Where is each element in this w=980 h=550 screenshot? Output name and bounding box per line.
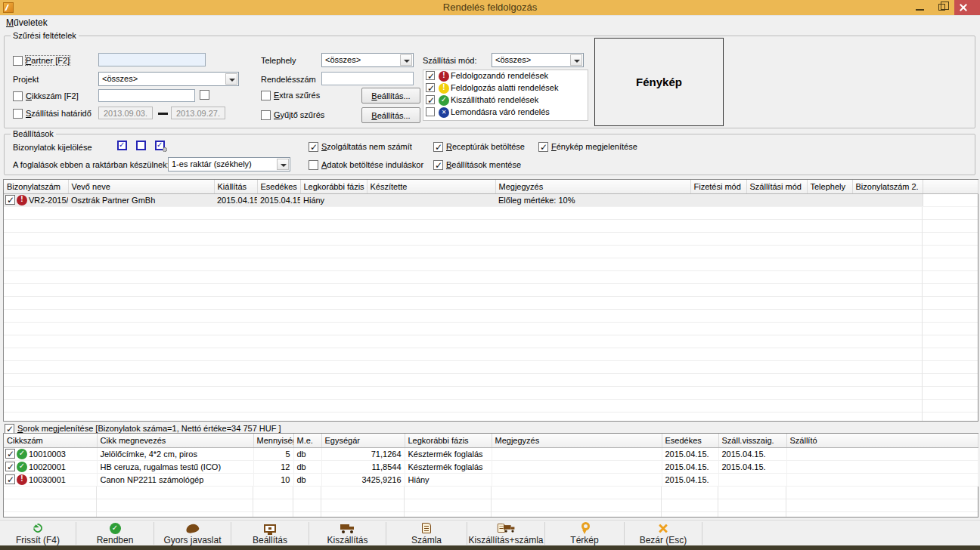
hatarido-from-input[interactable]: [98, 107, 153, 119]
hatarido-checkbox[interactable]: [13, 109, 23, 119]
column-header[interactable]: Szállító: [786, 434, 978, 447]
szolgaltatas-checkbox[interactable]: [309, 142, 318, 152]
mouse-icon: [154, 522, 231, 534]
column-header[interactable]: Fizetési mód: [690, 180, 746, 193]
column-header[interactable]: Készítette: [367, 180, 495, 193]
column-header[interactable]: Megjegyzés: [495, 180, 690, 193]
raktar-label: A foglalások ebben a raktárban készülnek…: [13, 160, 169, 169]
orders-grid-empty-area: [4, 207, 978, 421]
telephely-select[interactable]: <összes>: [321, 53, 414, 67]
status-row: Lemondásra váró rendelés: [423, 107, 588, 119]
order-row[interactable]: VR2-2015/00... Osztrák Partner GmBh 2015…: [4, 193, 978, 206]
column-header[interactable]: Szállítási mód: [746, 180, 807, 193]
chevron-down-icon[interactable]: [225, 73, 237, 85]
recepturak-checkbox[interactable]: [433, 142, 443, 152]
filter-group-legend: Szűrési feltételek: [11, 31, 79, 40]
close-button[interactable]: [954, 0, 980, 15]
extra-szures-beallitas-button[interactable]: Beállítás...: [361, 88, 420, 104]
rendben-button[interactable]: Rendben: [76, 521, 154, 546]
cikkszam-input[interactable]: [98, 89, 195, 102]
column-header[interactable]: Esedékes: [662, 434, 718, 447]
column-header[interactable]: Esedékes: [257, 180, 300, 193]
ok-green-icon: [439, 95, 449, 106]
partner-input[interactable]: [98, 53, 206, 66]
item-row[interactable]: 10010003 Jelölőcímke, 4*2 cm, piros 5 db…: [4, 447, 978, 460]
lemondasra-varo-checkbox[interactable]: [426, 107, 435, 116]
chevron-down-icon[interactable]: [277, 159, 289, 170]
raktar-select[interactable]: 1-es raktár (székhely): [168, 157, 290, 171]
column-header-empty: [923, 180, 978, 193]
terkep-button[interactable]: Térkép: [545, 521, 624, 546]
minimize-button[interactable]: [909, 0, 932, 15]
partner-label: Partner [F2]: [26, 56, 70, 65]
extra-szures-checkbox[interactable]: [261, 91, 271, 100]
row-checkbox[interactable]: [5, 449, 15, 459]
hatarido-to-input[interactable]: [171, 107, 225, 119]
orders-header-row: Bizonylatszám Vevő neve Kiállítás Esedék…: [4, 180, 978, 193]
rendelesszam-label: Rendelésszám: [261, 75, 316, 84]
feldolgozando-checkbox[interactable]: [426, 71, 435, 80]
frissit-button[interactable]: Frissít (F4): [0, 521, 76, 546]
bezar-button[interactable]: Bezár (Esc): [625, 521, 702, 546]
column-header[interactable]: Cikk megnevezés: [97, 434, 253, 447]
cancel-blue-icon: [439, 107, 449, 118]
column-header[interactable]: Vevő neve: [68, 180, 214, 193]
szallitasi-mod-select[interactable]: <összes>: [492, 53, 584, 67]
menu-muveletek[interactable]: Műveletek: [0, 16, 54, 28]
select-none-icon[interactable]: [136, 141, 146, 150]
window-bottom-edge: [0, 545, 980, 550]
gyujto-szures-checkbox[interactable]: [261, 110, 271, 120]
row-checkbox[interactable]: [5, 462, 15, 471]
column-header[interactable]: Egységár: [321, 434, 405, 447]
adatok-betoltese-checkbox[interactable]: [309, 160, 318, 170]
error-red-icon: [17, 195, 27, 205]
gyors-javaslat-button[interactable]: Gyors javaslat: [154, 521, 231, 546]
column-header[interactable]: Kiállítás: [214, 180, 257, 193]
beallitasok-mentese-checkbox[interactable]: [433, 160, 443, 170]
column-header[interactable]: Megjegyzés: [492, 434, 662, 447]
kiszallithato-checkbox[interactable]: [426, 95, 435, 104]
warning-yellow-icon: [439, 83, 449, 94]
restore-icon: [938, 4, 945, 11]
kiszallitas-button[interactable]: Kiszállítás: [309, 521, 386, 546]
ok-green-icon: [17, 462, 27, 472]
titlebar[interactable]: Rendelés feldolgozás: [0, 0, 980, 15]
column-header[interactable]: Mennyiség: [253, 434, 293, 447]
column-header[interactable]: M.e.: [293, 434, 321, 447]
minimize-icon: [916, 9, 924, 11]
column-header[interactable]: Telephely: [807, 180, 852, 193]
chevron-down-icon[interactable]: [400, 54, 412, 66]
feldolgozas-alatti-checkbox[interactable]: [426, 83, 435, 92]
gear-icon: [163, 147, 167, 152]
select-all-icon[interactable]: [117, 141, 127, 150]
chevron-down-icon[interactable]: [570, 54, 582, 66]
column-header[interactable]: Száll.visszaig.: [718, 434, 786, 447]
projekt-select[interactable]: <összes>: [98, 72, 239, 86]
item-row[interactable]: 10020001 HB ceruza, rugalmas testű (ICO)…: [4, 460, 978, 473]
row-checkbox[interactable]: [5, 474, 15, 484]
gyujto-szures-beallitas-button[interactable]: Beállítás...: [361, 107, 420, 123]
row-checkbox[interactable]: [5, 195, 15, 205]
status-row: Feldolgozás alatti rendelések: [423, 82, 588, 94]
cikkszam-checkbox[interactable]: [13, 91, 23, 101]
item-row[interactable]: 10030001 Canon NP2211 számológép 10 db 3…: [4, 473, 978, 486]
column-header[interactable]: Bizonylatszám 2.: [852, 180, 923, 193]
restore-button[interactable]: [932, 0, 954, 15]
cikkszam-extra-checkbox[interactable]: [200, 90, 209, 100]
partner-checkbox[interactable]: [13, 56, 23, 66]
hatarido-label: Szállítási határidő: [26, 109, 91, 118]
beallitas-button[interactable]: Beállítás: [231, 521, 309, 546]
fenykep-megjelenitese-checkbox[interactable]: [538, 142, 548, 152]
column-header[interactable]: Legkorábbi fázis: [405, 434, 492, 447]
select-filtered-icon[interactable]: [155, 141, 165, 150]
column-header[interactable]: Cikkszám: [4, 434, 97, 447]
monitor-icon: [231, 522, 309, 534]
menu-bar: Műveletek: [0, 15, 980, 29]
rendelesszam-input[interactable]: [321, 72, 414, 85]
column-header[interactable]: Bizonylatszám: [4, 180, 68, 193]
photo-placeholder: Fénykép: [594, 38, 724, 126]
truck-icon: [309, 522, 386, 534]
szamla-button[interactable]: Számla: [386, 521, 467, 546]
column-header[interactable]: Legkorábbi fázis: [300, 180, 367, 193]
kiszallitas-szamla-button[interactable]: Kiszállítás+számla: [467, 521, 544, 546]
